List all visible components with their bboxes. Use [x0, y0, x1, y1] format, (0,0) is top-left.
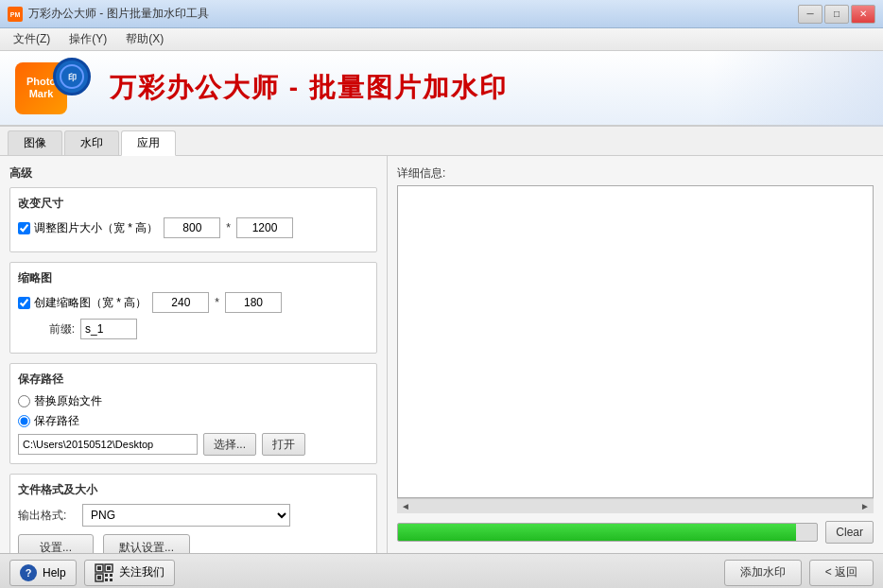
thumbnail-row: 创建缩略图（宽 * 高） * — [18, 292, 369, 313]
tab-bar: 图像 水印 应用 — [0, 127, 883, 156]
svg-rect-10 — [105, 574, 108, 577]
progress-area: Clear — [397, 521, 874, 544]
thumbnail-width-input[interactable] — [152, 292, 209, 313]
header-bg-decoration — [713, 51, 883, 127]
scroll-indicator: ◄ ► — [397, 498, 874, 513]
prefix-input[interactable] — [80, 319, 137, 339]
bottom-right: 添加水印 < 返回 — [724, 560, 874, 586]
maximize-button[interactable]: □ — [824, 5, 849, 24]
logo-text: PhotoMark — [26, 76, 56, 100]
resize-label: 调整图片大小（宽 * 高） — [34, 220, 158, 236]
svg-rect-12 — [105, 579, 108, 581]
resize-title: 改变尺寸 — [18, 196, 369, 212]
app-header: PhotoMark 印 万彩办公大师 - 批量图片加水印 — [0, 51, 883, 127]
logo-stamp: 印 — [53, 58, 91, 95]
header-logo: PhotoMark 印 — [15, 58, 91, 119]
prefix-row: 前缀: — [18, 319, 369, 339]
file-format-section: 文件格式及大小 输出格式: PNG JPG BMP GIF TIFF 设置...… — [9, 474, 377, 553]
resize-width-input[interactable] — [164, 217, 220, 238]
format-btn-row: 设置... 默认设置... — [18, 534, 369, 553]
resize-multiply: * — [226, 221, 231, 234]
svg-rect-5 — [97, 566, 101, 570]
help-icon: ? — [20, 564, 37, 581]
advanced-label: 高级 — [9, 165, 377, 182]
format-select[interactable]: PNG JPG BMP GIF TIFF — [82, 504, 290, 527]
save-path-label: 保存路径 — [34, 413, 79, 429]
path-input-row: 选择... 打开 — [18, 433, 369, 456]
clear-button[interactable]: Clear — [825, 521, 874, 544]
qr-icon — [95, 563, 113, 582]
thumbnail-multiply: * — [215, 296, 219, 309]
help-button[interactable]: ? Help — [9, 560, 77, 586]
progress-bar-fill — [398, 524, 796, 541]
format-row: 输出格式: PNG JPG BMP GIF TIFF — [18, 504, 369, 527]
resize-section: 改变尺寸 调整图片大小（宽 * 高） * — [9, 187, 377, 252]
menu-file[interactable]: 文件(Z) — [4, 29, 60, 49]
scroll-right-arrow[interactable]: ► — [860, 501, 870, 511]
thumbnail-title: 缩略图 — [18, 270, 369, 286]
detail-textarea[interactable] — [397, 185, 874, 498]
save-path-radio[interactable] — [18, 415, 30, 427]
resize-checkbox-field: 调整图片大小（宽 * 高） — [18, 220, 158, 236]
tab-apply[interactable]: 应用 — [121, 130, 176, 156]
file-format-title: 文件格式及大小 — [18, 482, 369, 498]
close-button[interactable]: ✕ — [851, 5, 875, 24]
select-path-button[interactable]: 选择... — [203, 433, 256, 456]
title-bar-left: PM 万彩办公大师 - 图片批量加水印工具 — [8, 6, 209, 22]
window-controls: ─ □ ✕ — [798, 5, 875, 24]
header-title: 万彩办公大师 - 批量图片加水印 — [110, 70, 508, 106]
menu-help[interactable]: 帮助(X) — [116, 29, 173, 49]
bottom-bar: ? Help 关注我们 添加水印 < 返回 — [0, 553, 883, 588]
minimize-button[interactable]: ─ — [798, 5, 822, 24]
left-panel: 高级 改变尺寸 调整图片大小（宽 * 高） * 缩略图 创建缩略图（宽 * 高） — [0, 156, 388, 553]
window-title: 万彩办公大师 - 图片批量加水印工具 — [28, 6, 209, 22]
open-path-button[interactable]: 打开 — [262, 433, 305, 456]
thumbnail-section: 缩略图 创建缩略图（宽 * 高） * 前缀: — [9, 262, 377, 354]
menu-operation[interactable]: 操作(Y) — [60, 29, 116, 49]
resize-row: 调整图片大小（宽 * 高） * — [18, 217, 369, 238]
menu-bar: 文件(Z) 操作(Y) 帮助(X) — [0, 28, 883, 51]
replace-original-row: 替换原始文件 — [18, 393, 369, 409]
right-panel: 详细信息: ◄ ► Clear — [388, 156, 883, 553]
scroll-left-arrow[interactable]: ◄ — [401, 501, 410, 511]
app-icon: PM — [8, 7, 23, 22]
prefix-label: 前缀: — [18, 321, 75, 337]
bottom-add-watermark-button[interactable]: 添加水印 — [724, 560, 802, 586]
thumbnail-checkbox[interactable] — [18, 297, 30, 309]
thumbnail-height-input[interactable] — [225, 292, 282, 313]
progress-bar-container — [397, 523, 818, 542]
save-path-section: 保存路径 替换原始文件 保存路径 选择... 打开 — [9, 363, 377, 464]
detail-label: 详细信息: — [397, 165, 874, 182]
thumbnail-label: 创建缩略图（宽 * 高） — [34, 295, 147, 311]
path-input[interactable] — [18, 434, 198, 455]
follow-label: 关注我们 — [119, 564, 164, 580]
svg-text:印: 印 — [68, 73, 77, 82]
follow-button[interactable]: 关注我们 — [84, 560, 175, 586]
tab-watermark[interactable]: 水印 — [64, 130, 119, 155]
format-label: 输出格式: — [18, 508, 75, 524]
bottom-left: ? Help 关注我们 — [9, 560, 175, 586]
thumbnail-checkbox-field: 创建缩略图（宽 * 高） — [18, 295, 147, 311]
resize-checkbox[interactable] — [18, 222, 30, 234]
svg-rect-7 — [107, 566, 111, 570]
replace-original-label: 替换原始文件 — [34, 393, 102, 409]
replace-original-radio[interactable] — [18, 395, 30, 407]
svg-rect-13 — [110, 579, 113, 581]
settings-button[interactable]: 设置... — [18, 534, 94, 553]
back-button[interactable]: < 返回 — [809, 560, 874, 586]
tab-image[interactable]: 图像 — [8, 130, 62, 155]
svg-rect-9 — [97, 576, 101, 579]
resize-height-input[interactable] — [236, 217, 293, 238]
help-label: Help — [43, 566, 66, 579]
svg-rect-11 — [110, 574, 113, 577]
save-path-title: 保存路径 — [18, 372, 369, 388]
save-path-row: 保存路径 — [18, 413, 369, 429]
title-bar: PM 万彩办公大师 - 图片批量加水印工具 ─ □ ✕ — [0, 0, 883, 28]
svg-text:PM: PM — [10, 11, 21, 18]
main-content: 高级 改变尺寸 调整图片大小（宽 * 高） * 缩略图 创建缩略图（宽 * 高） — [0, 156, 883, 553]
default-settings-button[interactable]: 默认设置... — [103, 534, 190, 553]
